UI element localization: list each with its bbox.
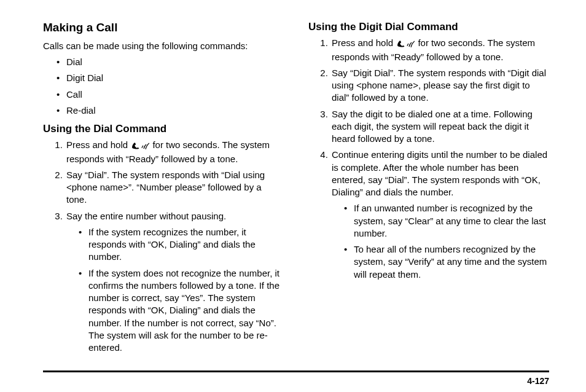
list-item: If the system does not recognize the num… [79,267,284,355]
list-item: Dial [57,56,284,68]
command-list: Dial Digit Dial Call Re-dial [43,56,284,117]
heading-making-a-call: Making a Call [43,21,284,35]
phone-voice-icon [131,140,149,152]
heading-using-digit-dial-command: Using the Digit Dial Command [308,21,549,33]
digit-dial-steps: Press and hold for two seconds. The syst… [308,37,549,281]
heading-using-dial-command: Using the Dial Command [43,123,284,135]
list-item: Press and hold for two seconds. The syst… [65,139,284,165]
list-item: Say “Digit Dial”. The system responds wi… [330,67,549,104]
step-text: Press and hold [332,37,396,48]
list-item: To hear all of the numbers recognized by… [344,243,549,281]
columns-container: Making a Call Calls can be made using th… [43,21,549,370]
list-item: Digit Dial [57,72,284,84]
page: Making a Call Calls can be made using th… [0,0,586,392]
list-item: Call [57,88,284,101]
step-text: Continue entering digits until the numbe… [332,149,547,197]
phone-voice-icon [396,38,415,50]
list-item: Re-dial [57,104,284,117]
dial-substeps: If the system recognizes the number, it … [66,226,284,355]
digit-dial-substeps: If an unwanted number is recognized by t… [332,202,549,281]
intro-text: Calls can be made using the following co… [43,40,284,52]
page-number: 4-127 [527,376,549,386]
dial-steps: Press and hold for two seconds. The syst… [43,139,284,354]
step-text: Press and hold [66,139,130,150]
list-item: If the system recognizes the number, it … [79,226,284,264]
list-item: If an unwanted number is recognized by t… [344,202,549,240]
step-text: Say the entire number without pausing. [66,211,226,221]
right-column: Using the Digit Dial Command Press and h… [308,21,549,370]
list-item: Press and hold for two seconds. The syst… [330,37,549,63]
list-item: Say the entire number without pausing. I… [65,210,284,355]
list-item: Say the digit to be dialed one at a time… [330,108,549,146]
list-item: Say “Dial”. The system responds with “Di… [65,169,284,206]
list-item: Continue entering digits until the numbe… [330,149,549,281]
left-column: Making a Call Calls can be made using th… [43,21,284,370]
page-footer: 4-127 [43,370,549,392]
